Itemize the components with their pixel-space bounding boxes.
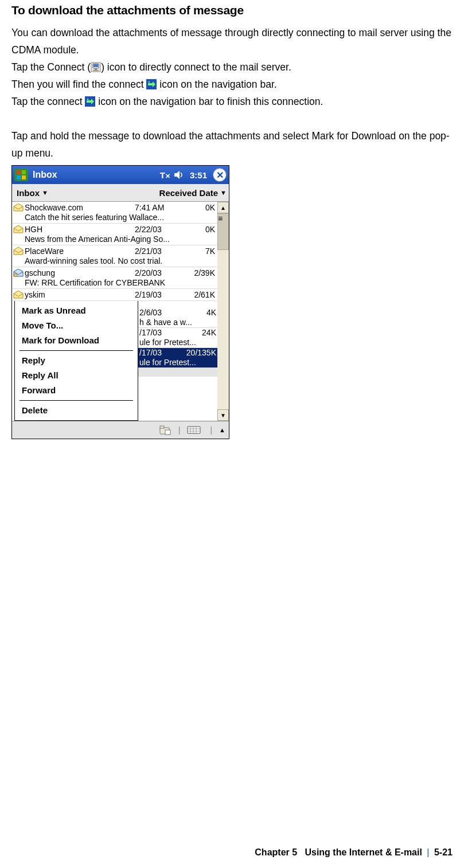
paragraph-5: Tap and hold the message to download the… [11,127,453,162]
envelope-open-icon [13,204,25,213]
msg-subject: FW: RRL Certification for CYBERBANK [12,278,217,289]
menu-move-to[interactable]: Move To... [15,318,138,333]
folder-label: Inbox [17,188,40,198]
menu-mark-unread[interactable]: Mark as Unread [15,303,138,318]
footer-separator: | [427,847,429,857]
svg-rect-9 [17,170,21,174]
window-titlebar: Inbox T✕ 3:51 ✕ [12,166,229,184]
p2a: Tap the Connect ( [11,61,91,73]
partial-rows: 2/6/03 4K h & have a w... /17/03 24K ule… [138,301,217,421]
scroll-thumb[interactable]: ≡ [217,213,229,250]
msg-size: 2/61K [180,290,216,300]
close-icon[interactable]: ✕ [213,168,227,182]
up-arrow-icon[interactable]: ▲ [219,427,225,433]
svg-rect-2 [93,64,98,67]
menu-delete[interactable]: Delete [15,403,138,418]
msg-subject: h & have a w... [138,318,217,328]
msg-date: /17/03 [138,328,178,338]
body-text: You can download the attachments of mess… [11,24,453,162]
envelope-open-icon [13,247,25,256]
paragraph-3: Then you will find the connect icon on t… [11,76,453,93]
envelope-open-icon [13,291,25,300]
svg-point-6 [149,81,150,83]
p2b: ) icon to directly connect to the mail s… [101,61,291,73]
signal-icon[interactable]: T✕ [160,170,170,180]
svg-rect-23 [188,427,200,433]
message-list: Shockwave.com 7:41 AM 0K Catch the hit s… [12,202,217,421]
msg-date: 2/19/03 [135,290,180,300]
keyboard-icon[interactable] [187,425,203,435]
message-row[interactable]: PlaceWare 2/21/03 7K Award-winning sales… [12,245,217,267]
svg-rect-12 [22,175,26,179]
svg-point-18 [14,274,17,277]
window-title: Inbox [33,170,57,180]
paragraph-1: You can download the attachments of mess… [11,24,453,58]
scrollbar[interactable]: ▲ ≡ ▼ [217,202,229,421]
sort-label: Received Date [159,188,219,198]
message-row[interactable]: gschung 2/20/03 2/39K FW: RRL Certificat… [12,267,217,289]
msg-date: 2/20/03 [135,268,180,278]
svg-rect-4 [93,70,99,71]
list-header: Inbox ▼ Received Date ▼ [12,184,229,202]
sort-dropdown[interactable]: Received Date ▼ [134,188,229,198]
msg-from: PlaceWare [25,247,135,256]
msg-from: yskim [25,290,135,300]
svg-rect-3 [95,69,97,70]
msg-date: 2/6/03 [138,308,178,318]
clock[interactable]: 3:51 [190,170,207,180]
footer-chapter: Chapter 5 [255,847,297,857]
spacer [11,110,453,127]
connect-doc-icon [91,62,101,72]
envelope-attachment-icon [13,269,25,278]
folder-tool-icon[interactable] [159,424,171,436]
msg-from: HGH [25,225,135,234]
envelope-open-icon [13,225,25,234]
msg-subject: Award-winning sales tool. No cost trial. [12,256,217,267]
svg-rect-11 [17,175,21,179]
chevron-down-icon: ▼ [220,189,227,196]
context-menu: Mark as Unread Move To... Mark for Downl… [14,300,138,421]
menu-reply[interactable]: Reply [15,353,138,368]
start-icon[interactable] [14,169,28,181]
msg-size: 0K [180,203,216,213]
msg-date: /17/03 [138,348,178,358]
footer-title: Using the Internet & E-mail [305,847,422,857]
msg-from: Shockwave.com [25,203,135,213]
msg-size: 20/135K [178,348,217,358]
msg-from: gschung [25,268,135,278]
msg-size: 2/39K [180,268,216,278]
msg-size: 0K [180,225,216,234]
msg-date: 2/22/03 [135,225,180,234]
menu-mark-download[interactable]: Mark for Download [15,333,138,348]
scroll-down-icon[interactable]: ▼ [217,409,229,421]
connect-nav-icon [146,79,157,89]
p4a: Tap the connect [11,96,85,107]
svg-point-8 [87,99,89,100]
bottom-toolbar: | | ▲ [12,421,229,439]
msg-size: 7K [180,247,216,256]
folder-dropdown[interactable]: Inbox ▼ [12,188,134,198]
msg-subject: Catch the hit series featuring Wallace..… [12,213,217,224]
svg-rect-10 [22,170,26,174]
paragraph-2: Tap the Connect () icon to directly conn… [11,58,453,76]
p3b: icon on the navigation bar. [157,79,276,90]
footer-page: 5-21 [434,847,453,857]
menu-forward[interactable]: Forward [15,383,138,398]
msg-date: 2/21/03 [135,247,180,256]
svg-rect-22 [165,430,170,435]
chevron-down-icon: ▼ [42,189,48,196]
svg-marker-13 [174,171,180,179]
page-footer: Chapter 5 Using the Internet & E-mail | … [255,847,453,858]
paragraph-4: Tap the connect icon on the navigation b… [11,93,453,110]
speaker-icon[interactable] [174,170,184,179]
inbox-screenshot: Inbox T✕ 3:51 ✕ Inbox ▼ Received Date ▼ [11,165,229,439]
msg-subject: ule for Pretest... [138,338,217,348]
p3a: Then you will find the connect [11,79,146,90]
connect-nav-icon-2 [85,96,95,107]
message-row[interactable]: Shockwave.com 7:41 AM 0K Catch the hit s… [12,202,217,224]
msg-subject: ule for Pretest... [138,358,217,367]
scroll-up-icon[interactable]: ▲ [217,202,229,213]
message-row[interactable]: yskim 2/19/03 2/61K [12,289,217,301]
menu-reply-all[interactable]: Reply All [15,368,138,383]
message-row[interactable]: HGH 2/22/03 0K News from the American An… [12,224,217,245]
